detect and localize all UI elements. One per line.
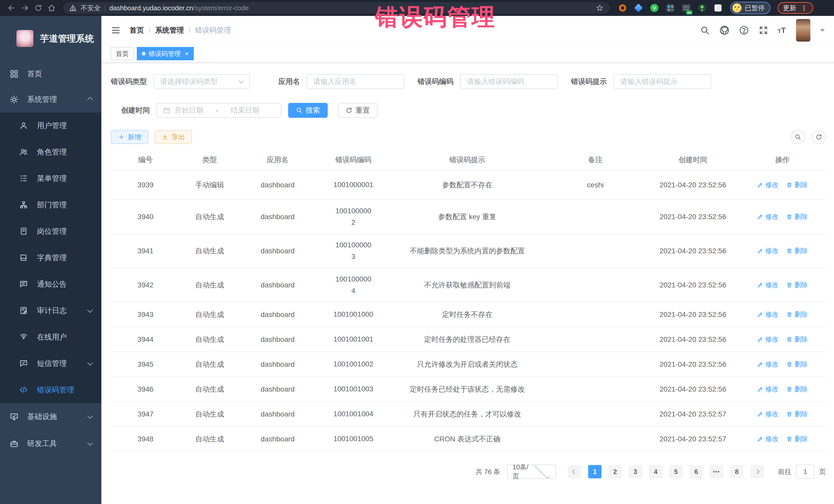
sidebar-item-dept-mgmt[interactable]: 部门管理 xyxy=(0,192,101,218)
edit-link[interactable]: 修改 xyxy=(757,180,778,190)
book-icon xyxy=(20,254,28,262)
sidebar-item-infrastructure[interactable]: 基础设施 xyxy=(0,403,101,430)
sidebar-item-post-mgmt[interactable]: 岗位管理 xyxy=(0,218,101,245)
sidebar-item-notice[interactable]: 通知公告 xyxy=(0,271,101,298)
edit-link[interactable]: 修改 xyxy=(757,310,778,319)
sidebar-item-menu-mgmt[interactable]: 菜单管理 xyxy=(0,165,101,192)
browser-menu-dots-icon[interactable]: ⋮ xyxy=(800,4,808,12)
chat-bubble-icon xyxy=(20,280,28,289)
export-button[interactable]: 导出 xyxy=(154,130,192,144)
forward-icon[interactable] xyxy=(20,3,30,13)
add-button[interactable]: 新增 xyxy=(111,130,148,144)
edit-link[interactable]: 修改 xyxy=(757,212,778,221)
error-hint-input[interactable]: 请输入错误码提示 xyxy=(614,74,711,89)
user-avatar[interactable] xyxy=(796,19,810,42)
bookmark-star-icon[interactable] xyxy=(596,4,603,12)
close-tab-icon[interactable]: × xyxy=(185,50,189,58)
sidebar-item-audit-log[interactable]: 审计日志 xyxy=(0,298,101,324)
extension-icon-1[interactable] xyxy=(618,3,627,13)
sidebar-item-system-mgmt[interactable]: 系统管理 xyxy=(0,87,101,112)
error-type-select[interactable]: 请选择错误码类型 xyxy=(153,74,250,89)
error-code-input[interactable]: 请输入错误码编码 xyxy=(460,74,557,89)
delete-link[interactable]: 删除 xyxy=(786,246,808,255)
delete-link[interactable]: 删除 xyxy=(786,435,808,443)
edit-link[interactable]: 修改 xyxy=(757,435,778,443)
app-name-input[interactable]: 请输入应用名 xyxy=(307,74,404,89)
extension-icon-2[interactable] xyxy=(634,3,643,13)
page-ellipsis[interactable]: ••• xyxy=(710,465,723,478)
edit-link[interactable]: 修改 xyxy=(757,281,778,289)
page-button-3[interactable]: 3 xyxy=(629,465,642,478)
chevron-down-icon xyxy=(87,360,93,366)
sidebar-item-home[interactable]: 首页 xyxy=(0,61,101,87)
page-content: 错误码类型 请选择错误码类型 应用名 请输入应用名 错误码编码 请输入错误码编码… xyxy=(101,63,834,504)
cell-code: 1001001005 xyxy=(316,426,391,452)
page-button-8[interactable]: 8 xyxy=(730,465,743,478)
page-button-5[interactable]: 5 xyxy=(669,465,683,478)
table-row: 3948 自动生成 dashboard 1001001005 CRON 表达式不… xyxy=(111,426,826,452)
sidebar-item-error-code-mgmt[interactable]: 错误码管理 xyxy=(0,377,101,403)
extension-icon-3[interactable]: V xyxy=(650,3,659,13)
avatar-dropdown-caret-icon[interactable] xyxy=(820,29,825,32)
security-warning-icon[interactable] xyxy=(69,4,76,12)
page-button-1[interactable]: 1 xyxy=(588,465,601,478)
browser-update-button[interactable]: 更新 ⋮ xyxy=(777,2,813,14)
tab-error-code-mgmt[interactable]: 错误码管理 × xyxy=(137,47,194,60)
page-button-6[interactable]: 6 xyxy=(689,465,703,478)
fullscreen-icon[interactable] xyxy=(758,25,769,36)
cell-type: 自动生成 xyxy=(180,302,239,327)
hamburger-icon[interactable] xyxy=(111,25,121,36)
sidebar-item-dev-tools[interactable]: 研发工具 xyxy=(0,430,101,457)
delete-link[interactable]: 删除 xyxy=(786,385,808,394)
next-page-button[interactable] xyxy=(750,465,764,478)
extension-icon-6[interactable] xyxy=(698,3,707,13)
delete-link[interactable]: 删除 xyxy=(786,212,808,221)
col-memo: 备注 xyxy=(544,150,647,170)
delete-link[interactable]: 删除 xyxy=(786,281,808,289)
search-icon[interactable] xyxy=(700,25,710,36)
cell-memo xyxy=(544,302,647,327)
browser-home-icon[interactable] xyxy=(47,3,57,13)
goto-page-input[interactable]: 1 xyxy=(796,464,814,479)
page-button-2[interactable]: 2 xyxy=(609,465,622,478)
edit-link[interactable]: 修改 xyxy=(757,385,778,394)
breadcrumb-system-mgmt[interactable]: 系统管理 xyxy=(155,25,184,35)
profile-avatar-emoji xyxy=(732,3,742,13)
tab-home[interactable]: 首页 xyxy=(111,47,134,60)
back-icon[interactable] xyxy=(7,3,17,13)
prev-page-button[interactable] xyxy=(568,465,581,478)
toggle-search-button[interactable] xyxy=(791,130,805,144)
search-button[interactable]: 搜索 xyxy=(288,103,328,118)
cell-time: 2021-04-20 23:52:56 xyxy=(647,268,739,302)
page-button-4[interactable]: 4 xyxy=(649,465,662,478)
sidebar-item-online-users[interactable]: 在线用户 xyxy=(0,324,101,350)
breadcrumb-home[interactable]: 首页 xyxy=(130,25,144,35)
extension-icon-5[interactable]: on xyxy=(682,3,691,13)
help-icon[interactable] xyxy=(739,25,749,36)
cell-type: 自动生成 xyxy=(180,426,239,452)
reset-button[interactable]: 重置 xyxy=(338,103,377,118)
delete-link[interactable]: 删除 xyxy=(786,335,808,344)
browser-profile-chip[interactable]: 已暂停 xyxy=(730,2,770,14)
address-bar[interactable]: 不安全 dashboard.yudao.iocoder.cn/system/er… xyxy=(63,2,610,14)
delete-link[interactable]: 删除 xyxy=(786,310,808,319)
extension-icon-4[interactable] xyxy=(666,3,675,13)
reload-icon[interactable] xyxy=(34,3,43,13)
delete-link[interactable]: 删除 xyxy=(786,180,808,190)
delete-link[interactable]: 删除 xyxy=(786,360,808,369)
edit-link[interactable]: 修改 xyxy=(757,360,778,369)
font-size-icon[interactable]: TT xyxy=(777,26,786,35)
sidebar-item-sms-mgmt[interactable]: 短信管理 xyxy=(0,350,101,377)
sidebar-item-dict-mgmt[interactable]: 字典管理 xyxy=(0,245,101,271)
edit-link[interactable]: 修改 xyxy=(757,335,778,344)
page-size-select[interactable]: 10条/页 xyxy=(507,464,556,479)
delete-link[interactable]: 删除 xyxy=(786,410,808,419)
refresh-button[interactable] xyxy=(812,130,826,144)
sidebar-item-user-mgmt[interactable]: 用户管理 xyxy=(0,112,101,139)
edit-link[interactable]: 修改 xyxy=(757,410,778,419)
edit-link[interactable]: 修改 xyxy=(757,246,778,255)
date-range-picker[interactable]: 开始日期 - 结束日期 xyxy=(156,103,282,118)
extension-icon-7[interactable] xyxy=(714,3,723,13)
sidebar-item-role-mgmt[interactable]: 角色管理 xyxy=(0,139,101,165)
github-icon[interactable] xyxy=(719,25,730,36)
